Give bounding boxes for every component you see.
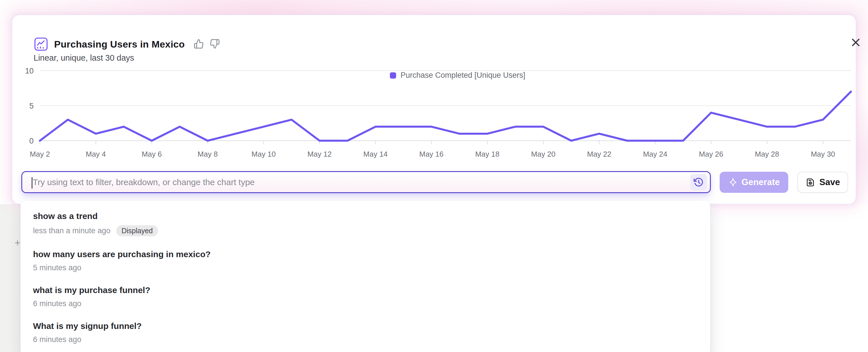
svg-text:May 14: May 14: [363, 150, 388, 158]
svg-text:May 12: May 12: [307, 150, 332, 158]
svg-text:May 6: May 6: [142, 150, 162, 158]
page-title: Purchasing Users in Mexico: [54, 39, 185, 50]
history-button[interactable]: [690, 174, 707, 191]
history-item[interactable]: What is my signup funnel? 6 minutes ago: [21, 315, 710, 351]
history-timestamp: 6 minutes ago: [33, 299, 82, 308]
history-item[interactable]: what is my purchase funnel? 6 minutes ag…: [21, 279, 710, 315]
svg-text:5: 5: [29, 102, 34, 110]
thumbs-down-icon: [210, 39, 220, 49]
svg-text:May 24: May 24: [643, 150, 667, 158]
chart-line-icon: [34, 37, 49, 52]
ai-prompt-bar: [21, 171, 711, 193]
svg-text:10: 10: [25, 67, 34, 75]
displayed-badge: Displayed: [116, 225, 158, 236]
svg-text:May 8: May 8: [198, 150, 218, 158]
svg-text:May 20: May 20: [531, 150, 555, 158]
thumbs-up-icon: [194, 39, 204, 49]
prompt-input[interactable]: [22, 172, 690, 192]
line-chart-plot: 0510May 2May 4May 6May 8May 10May 12May …: [0, 54, 868, 165]
plus-cursor-glyph: +: [14, 237, 21, 249]
svg-text:May 4: May 4: [86, 150, 106, 158]
close-icon: [850, 37, 861, 48]
svg-text:May 10: May 10: [251, 150, 276, 158]
generate-label: Generate: [742, 177, 780, 187]
history-query: show as a trend: [33, 211, 698, 221]
prompt-history-dropdown: show as a trend less than a minute ago D…: [21, 201, 710, 352]
history-timestamp: less than a minute ago: [33, 226, 111, 235]
history-clock-icon: [693, 177, 704, 187]
svg-text:May 2: May 2: [30, 150, 50, 158]
save-label: Save: [819, 177, 840, 187]
save-icon: [805, 178, 815, 187]
thumbs-down-button[interactable]: [209, 39, 220, 50]
text-caret: [32, 177, 32, 189]
sparkle-icon: [728, 178, 738, 187]
close-button[interactable]: [849, 36, 863, 50]
generate-button[interactable]: Generate: [720, 172, 788, 193]
svg-text:May 26: May 26: [699, 150, 723, 158]
thumbs-up-button[interactable]: [193, 39, 204, 50]
svg-text:May 18: May 18: [475, 150, 499, 158]
history-item[interactable]: how many users are purchasing in mexico?…: [21, 243, 710, 279]
svg-text:May 16: May 16: [419, 150, 443, 158]
history-query: What is my signup funnel?: [33, 321, 698, 331]
history-query: how many users are purchasing in mexico?: [33, 250, 698, 259]
svg-text:May 22: May 22: [587, 150, 612, 158]
history-query: what is my purchase funnel?: [33, 285, 698, 295]
save-button[interactable]: Save: [797, 172, 848, 193]
svg-text:May 28: May 28: [755, 150, 779, 158]
history-timestamp: 5 minutes ago: [33, 263, 82, 272]
svg-text:May 30: May 30: [811, 150, 835, 158]
svg-text:0: 0: [29, 137, 34, 145]
history-item[interactable]: show as a trend less than a minute ago D…: [21, 205, 710, 243]
history-timestamp: 6 minutes ago: [33, 335, 82, 344]
